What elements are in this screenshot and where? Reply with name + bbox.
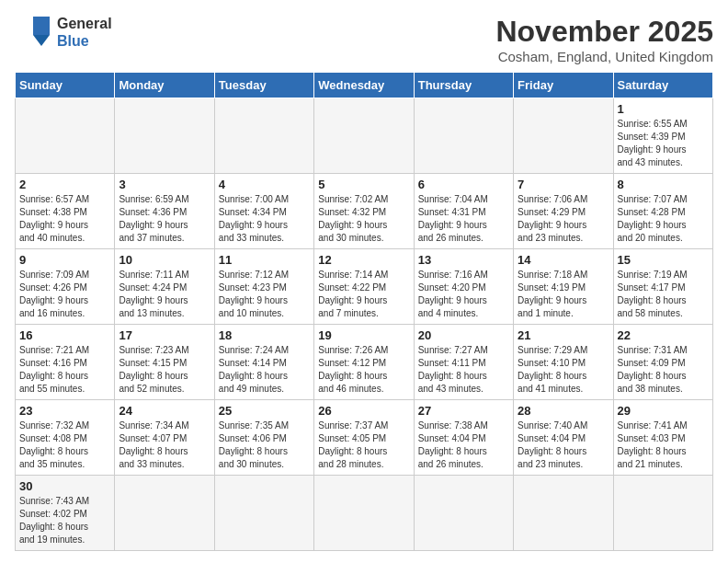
- logo-general: General: [57, 15, 112, 32]
- calendar-cell: 19Sunrise: 7:26 AM Sunset: 4:12 PM Dayli…: [314, 325, 414, 400]
- calendar-cell: [16, 98, 115, 174]
- day-info: Sunrise: 7:41 AM Sunset: 4:03 PM Dayligh…: [618, 419, 709, 471]
- weekday-header: Wednesday: [314, 73, 414, 98]
- calendar-cell: 6Sunrise: 7:04 AM Sunset: 4:31 PM Daylig…: [414, 174, 513, 249]
- calendar-cell: 8Sunrise: 7:07 AM Sunset: 4:28 PM Daylig…: [613, 174, 712, 249]
- day-number: 16: [19, 328, 110, 342]
- day-info: Sunrise: 7:02 AM Sunset: 4:32 PM Dayligh…: [318, 193, 409, 245]
- day-info: Sunrise: 7:00 AM Sunset: 4:34 PM Dayligh…: [219, 193, 310, 245]
- day-info: Sunrise: 6:57 AM Sunset: 4:38 PM Dayligh…: [19, 193, 110, 245]
- calendar-cell: 27Sunrise: 7:38 AM Sunset: 4:04 PM Dayli…: [414, 400, 513, 476]
- day-info: Sunrise: 7:31 AM Sunset: 4:09 PM Dayligh…: [618, 344, 709, 396]
- logo-blue: Blue: [57, 32, 112, 50]
- calendar-cell: 30Sunrise: 7:43 AM Sunset: 4:02 PM Dayli…: [16, 476, 115, 551]
- calendar-cell: 11Sunrise: 7:12 AM Sunset: 4:23 PM Dayli…: [214, 249, 313, 325]
- weekday-header: Saturday: [613, 73, 712, 98]
- calendar-cell: 4Sunrise: 7:00 AM Sunset: 4:34 PM Daylig…: [214, 174, 313, 249]
- day-number: 25: [219, 404, 310, 418]
- day-info: Sunrise: 7:21 AM Sunset: 4:16 PM Dayligh…: [19, 344, 110, 396]
- day-number: 8: [618, 178, 709, 191]
- calendar-cell: [414, 476, 513, 551]
- day-info: Sunrise: 7:27 AM Sunset: 4:11 PM Dayligh…: [418, 344, 509, 396]
- day-number: 24: [119, 404, 210, 418]
- day-info: Sunrise: 7:07 AM Sunset: 4:28 PM Dayligh…: [618, 193, 709, 245]
- calendar-header: SundayMondayTuesdayWednesdayThursdayFrid…: [16, 73, 713, 98]
- day-info: Sunrise: 7:43 AM Sunset: 4:02 PM Dayligh…: [19, 495, 110, 546]
- calendar-cell: [514, 476, 613, 551]
- weekday-header: Monday: [115, 73, 214, 98]
- day-number: 1: [618, 102, 709, 116]
- day-number: 12: [318, 253, 409, 267]
- day-number: 3: [119, 178, 210, 191]
- calendar-cell: 24Sunrise: 7:34 AM Sunset: 4:07 PM Dayli…: [115, 400, 214, 476]
- day-info: Sunrise: 7:19 AM Sunset: 4:17 PM Dayligh…: [618, 269, 709, 320]
- calendar-cell: 15Sunrise: 7:19 AM Sunset: 4:17 PM Dayli…: [613, 249, 712, 325]
- calendar-cell: 20Sunrise: 7:27 AM Sunset: 4:11 PM Dayli…: [414, 325, 513, 400]
- day-number: 14: [518, 253, 609, 267]
- day-number: 29: [618, 404, 709, 418]
- weekday-header: Friday: [514, 73, 613, 98]
- day-number: 30: [19, 479, 110, 493]
- weekday-header: Thursday: [414, 73, 513, 98]
- day-number: 19: [318, 328, 409, 342]
- day-info: Sunrise: 7:18 AM Sunset: 4:19 PM Dayligh…: [518, 269, 609, 320]
- day-number: 18: [219, 328, 310, 342]
- calendar-cell: [214, 476, 313, 551]
- day-info: Sunrise: 7:38 AM Sunset: 4:04 PM Dayligh…: [418, 419, 509, 471]
- svg-marker-1: [33, 35, 50, 46]
- day-info: Sunrise: 7:12 AM Sunset: 4:23 PM Dayligh…: [219, 269, 310, 320]
- day-info: Sunrise: 7:04 AM Sunset: 4:31 PM Dayligh…: [418, 193, 509, 245]
- logo: GeneralBlue: [15, 15, 112, 50]
- day-number: 22: [618, 328, 709, 342]
- calendar-cell: 1Sunrise: 6:55 AM Sunset: 4:39 PM Daylig…: [613, 98, 712, 174]
- day-info: Sunrise: 7:40 AM Sunset: 4:04 PM Dayligh…: [518, 419, 609, 471]
- calendar-cell: 17Sunrise: 7:23 AM Sunset: 4:15 PM Dayli…: [115, 325, 214, 400]
- weekday-header: Tuesday: [214, 73, 313, 98]
- calendar-cell: 16Sunrise: 7:21 AM Sunset: 4:16 PM Dayli…: [16, 325, 115, 400]
- day-number: 15: [618, 253, 709, 267]
- day-info: Sunrise: 7:29 AM Sunset: 4:10 PM Dayligh…: [518, 344, 609, 396]
- day-number: 5: [318, 178, 409, 191]
- day-number: 21: [518, 328, 609, 342]
- day-number: 13: [418, 253, 509, 267]
- day-number: 23: [19, 404, 110, 418]
- day-info: Sunrise: 7:06 AM Sunset: 4:29 PM Dayligh…: [518, 193, 609, 245]
- calendar-cell: 23Sunrise: 7:32 AM Sunset: 4:08 PM Dayli…: [16, 400, 115, 476]
- day-info: Sunrise: 7:23 AM Sunset: 4:15 PM Dayligh…: [119, 344, 210, 396]
- day-info: Sunrise: 7:16 AM Sunset: 4:20 PM Dayligh…: [418, 269, 509, 320]
- day-info: Sunrise: 7:37 AM Sunset: 4:05 PM Dayligh…: [318, 419, 409, 471]
- calendar-cell: 22Sunrise: 7:31 AM Sunset: 4:09 PM Dayli…: [613, 325, 712, 400]
- page-header: GeneralBlue November 2025 Cosham, Englan…: [15, 15, 713, 64]
- day-number: 9: [19, 253, 110, 267]
- day-info: Sunrise: 7:11 AM Sunset: 4:24 PM Dayligh…: [119, 269, 210, 320]
- calendar-cell: 10Sunrise: 7:11 AM Sunset: 4:24 PM Dayli…: [115, 249, 214, 325]
- calendar-cell: 18Sunrise: 7:24 AM Sunset: 4:14 PM Dayli…: [214, 325, 313, 400]
- day-number: 28: [518, 404, 609, 418]
- calendar-cell: 13Sunrise: 7:16 AM Sunset: 4:20 PM Dayli…: [414, 249, 513, 325]
- calendar-cell: 21Sunrise: 7:29 AM Sunset: 4:10 PM Dayli…: [514, 325, 613, 400]
- day-number: 4: [219, 178, 310, 191]
- calendar-cell: [214, 98, 313, 174]
- weekday-header: Sunday: [16, 73, 115, 98]
- calendar-title: November 2025: [495, 15, 713, 49]
- calendar-cell: [115, 98, 214, 174]
- calendar-cell: 29Sunrise: 7:41 AM Sunset: 4:03 PM Dayli…: [613, 400, 712, 476]
- calendar-table: SundayMondayTuesdayWednesdayThursdayFrid…: [15, 72, 713, 551]
- calendar-cell: 25Sunrise: 7:35 AM Sunset: 4:06 PM Dayli…: [214, 400, 313, 476]
- calendar-cell: 3Sunrise: 6:59 AM Sunset: 4:36 PM Daylig…: [115, 174, 214, 249]
- day-number: 20: [418, 328, 509, 342]
- calendar-cell: 7Sunrise: 7:06 AM Sunset: 4:29 PM Daylig…: [514, 174, 613, 249]
- day-number: 2: [19, 178, 110, 191]
- logo-svg: [15, 15, 53, 50]
- calendar-cell: [314, 476, 414, 551]
- calendar-cell: [115, 476, 214, 551]
- calendar-cell: 28Sunrise: 7:40 AM Sunset: 4:04 PM Dayli…: [514, 400, 613, 476]
- day-info: Sunrise: 7:09 AM Sunset: 4:26 PM Dayligh…: [19, 269, 110, 320]
- calendar-cell: [514, 98, 613, 174]
- day-info: Sunrise: 7:32 AM Sunset: 4:08 PM Dayligh…: [19, 419, 110, 471]
- svg-marker-0: [33, 17, 50, 35]
- calendar-cell: 26Sunrise: 7:37 AM Sunset: 4:05 PM Dayli…: [314, 400, 414, 476]
- day-info: Sunrise: 7:24 AM Sunset: 4:14 PM Dayligh…: [219, 344, 310, 396]
- day-number: 10: [119, 253, 210, 267]
- day-number: 26: [318, 404, 409, 418]
